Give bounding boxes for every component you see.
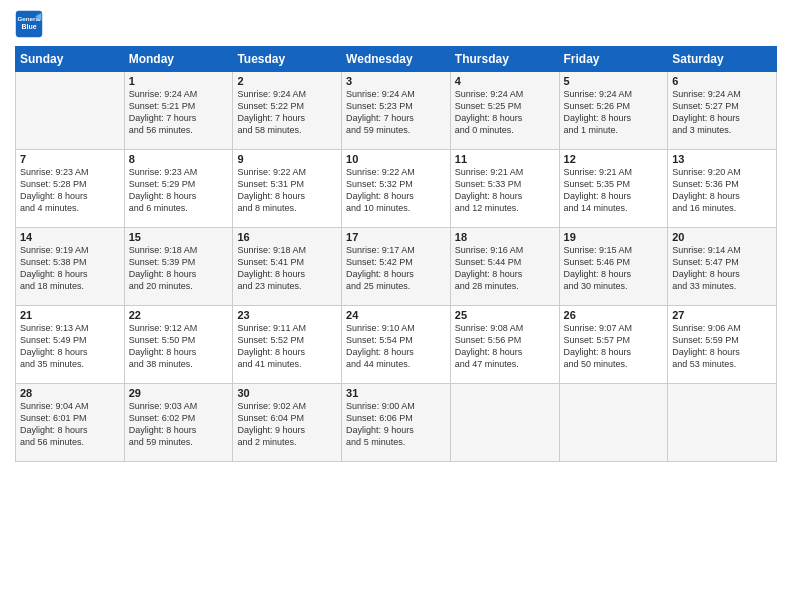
calendar-cell: 6Sunrise: 9:24 AM Sunset: 5:27 PM Daylig… xyxy=(668,72,777,150)
day-number: 18 xyxy=(455,231,555,243)
calendar-header-cell: Friday xyxy=(559,47,668,72)
calendar-cell: 5Sunrise: 9:24 AM Sunset: 5:26 PM Daylig… xyxy=(559,72,668,150)
day-info: Sunrise: 9:24 AM Sunset: 5:23 PM Dayligh… xyxy=(346,88,446,137)
calendar-week-row: 1Sunrise: 9:24 AM Sunset: 5:21 PM Daylig… xyxy=(16,72,777,150)
calendar-cell: 31Sunrise: 9:00 AM Sunset: 6:06 PM Dayli… xyxy=(342,384,451,462)
day-info: Sunrise: 9:03 AM Sunset: 6:02 PM Dayligh… xyxy=(129,400,229,449)
day-number: 10 xyxy=(346,153,446,165)
day-info: Sunrise: 9:18 AM Sunset: 5:39 PM Dayligh… xyxy=(129,244,229,293)
calendar-header-cell: Tuesday xyxy=(233,47,342,72)
day-number: 14 xyxy=(20,231,120,243)
day-number: 12 xyxy=(564,153,664,165)
day-number: 2 xyxy=(237,75,337,87)
day-number: 3 xyxy=(346,75,446,87)
page-container: General Blue SundayMondayTuesdayWednesda… xyxy=(0,0,792,472)
day-info: Sunrise: 9:19 AM Sunset: 5:38 PM Dayligh… xyxy=(20,244,120,293)
day-info: Sunrise: 9:13 AM Sunset: 5:49 PM Dayligh… xyxy=(20,322,120,371)
day-number: 16 xyxy=(237,231,337,243)
day-number: 13 xyxy=(672,153,772,165)
day-info: Sunrise: 9:23 AM Sunset: 5:29 PM Dayligh… xyxy=(129,166,229,215)
day-number: 19 xyxy=(564,231,664,243)
calendar-header-cell: Thursday xyxy=(450,47,559,72)
day-info: Sunrise: 9:14 AM Sunset: 5:47 PM Dayligh… xyxy=(672,244,772,293)
calendar-cell: 25Sunrise: 9:08 AM Sunset: 5:56 PM Dayli… xyxy=(450,306,559,384)
calendar-cell: 14Sunrise: 9:19 AM Sunset: 5:38 PM Dayli… xyxy=(16,228,125,306)
day-number: 9 xyxy=(237,153,337,165)
calendar-header-row: SundayMondayTuesdayWednesdayThursdayFrid… xyxy=(16,47,777,72)
calendar-table: SundayMondayTuesdayWednesdayThursdayFrid… xyxy=(15,46,777,462)
day-number: 30 xyxy=(237,387,337,399)
calendar-week-row: 21Sunrise: 9:13 AM Sunset: 5:49 PM Dayli… xyxy=(16,306,777,384)
day-number: 5 xyxy=(564,75,664,87)
day-number: 15 xyxy=(129,231,229,243)
calendar-cell: 23Sunrise: 9:11 AM Sunset: 5:52 PM Dayli… xyxy=(233,306,342,384)
day-info: Sunrise: 9:22 AM Sunset: 5:32 PM Dayligh… xyxy=(346,166,446,215)
calendar-cell xyxy=(16,72,125,150)
day-info: Sunrise: 9:15 AM Sunset: 5:46 PM Dayligh… xyxy=(564,244,664,293)
calendar-cell xyxy=(450,384,559,462)
calendar-cell: 26Sunrise: 9:07 AM Sunset: 5:57 PM Dayli… xyxy=(559,306,668,384)
day-info: Sunrise: 9:24 AM Sunset: 5:26 PM Dayligh… xyxy=(564,88,664,137)
calendar-cell: 10Sunrise: 9:22 AM Sunset: 5:32 PM Dayli… xyxy=(342,150,451,228)
calendar-cell: 1Sunrise: 9:24 AM Sunset: 5:21 PM Daylig… xyxy=(124,72,233,150)
day-info: Sunrise: 9:24 AM Sunset: 5:22 PM Dayligh… xyxy=(237,88,337,137)
day-number: 7 xyxy=(20,153,120,165)
day-number: 27 xyxy=(672,309,772,321)
calendar-cell: 9Sunrise: 9:22 AM Sunset: 5:31 PM Daylig… xyxy=(233,150,342,228)
calendar-cell: 18Sunrise: 9:16 AM Sunset: 5:44 PM Dayli… xyxy=(450,228,559,306)
calendar-week-row: 7Sunrise: 9:23 AM Sunset: 5:28 PM Daylig… xyxy=(16,150,777,228)
day-number: 22 xyxy=(129,309,229,321)
calendar-header-cell: Sunday xyxy=(16,47,125,72)
day-number: 20 xyxy=(672,231,772,243)
day-info: Sunrise: 9:24 AM Sunset: 5:21 PM Dayligh… xyxy=(129,88,229,137)
calendar-cell: 17Sunrise: 9:17 AM Sunset: 5:42 PM Dayli… xyxy=(342,228,451,306)
day-number: 29 xyxy=(129,387,229,399)
calendar-header-cell: Wednesday xyxy=(342,47,451,72)
day-info: Sunrise: 9:21 AM Sunset: 5:35 PM Dayligh… xyxy=(564,166,664,215)
day-info: Sunrise: 9:06 AM Sunset: 5:59 PM Dayligh… xyxy=(672,322,772,371)
day-number: 28 xyxy=(20,387,120,399)
day-number: 1 xyxy=(129,75,229,87)
calendar-cell: 20Sunrise: 9:14 AM Sunset: 5:47 PM Dayli… xyxy=(668,228,777,306)
header: General Blue xyxy=(15,10,777,38)
day-number: 26 xyxy=(564,309,664,321)
calendar-body: 1Sunrise: 9:24 AM Sunset: 5:21 PM Daylig… xyxy=(16,72,777,462)
day-info: Sunrise: 9:10 AM Sunset: 5:54 PM Dayligh… xyxy=(346,322,446,371)
day-info: Sunrise: 9:17 AM Sunset: 5:42 PM Dayligh… xyxy=(346,244,446,293)
calendar-cell: 2Sunrise: 9:24 AM Sunset: 5:22 PM Daylig… xyxy=(233,72,342,150)
calendar-cell: 3Sunrise: 9:24 AM Sunset: 5:23 PM Daylig… xyxy=(342,72,451,150)
calendar-cell: 11Sunrise: 9:21 AM Sunset: 5:33 PM Dayli… xyxy=(450,150,559,228)
svg-text:Blue: Blue xyxy=(21,23,36,30)
calendar-cell: 12Sunrise: 9:21 AM Sunset: 5:35 PM Dayli… xyxy=(559,150,668,228)
day-info: Sunrise: 9:04 AM Sunset: 6:01 PM Dayligh… xyxy=(20,400,120,449)
day-info: Sunrise: 9:21 AM Sunset: 5:33 PM Dayligh… xyxy=(455,166,555,215)
day-info: Sunrise: 9:07 AM Sunset: 5:57 PM Dayligh… xyxy=(564,322,664,371)
day-info: Sunrise: 9:18 AM Sunset: 5:41 PM Dayligh… xyxy=(237,244,337,293)
day-info: Sunrise: 9:24 AM Sunset: 5:27 PM Dayligh… xyxy=(672,88,772,137)
day-info: Sunrise: 9:02 AM Sunset: 6:04 PM Dayligh… xyxy=(237,400,337,449)
calendar-cell: 15Sunrise: 9:18 AM Sunset: 5:39 PM Dayli… xyxy=(124,228,233,306)
day-info: Sunrise: 9:00 AM Sunset: 6:06 PM Dayligh… xyxy=(346,400,446,449)
day-number: 31 xyxy=(346,387,446,399)
day-number: 21 xyxy=(20,309,120,321)
calendar-week-row: 28Sunrise: 9:04 AM Sunset: 6:01 PM Dayli… xyxy=(16,384,777,462)
calendar-cell: 21Sunrise: 9:13 AM Sunset: 5:49 PM Dayli… xyxy=(16,306,125,384)
day-number: 17 xyxy=(346,231,446,243)
calendar-cell: 24Sunrise: 9:10 AM Sunset: 5:54 PM Dayli… xyxy=(342,306,451,384)
day-info: Sunrise: 9:12 AM Sunset: 5:50 PM Dayligh… xyxy=(129,322,229,371)
day-info: Sunrise: 9:11 AM Sunset: 5:52 PM Dayligh… xyxy=(237,322,337,371)
calendar-header-cell: Monday xyxy=(124,47,233,72)
calendar-cell: 7Sunrise: 9:23 AM Sunset: 5:28 PM Daylig… xyxy=(16,150,125,228)
day-info: Sunrise: 9:22 AM Sunset: 5:31 PM Dayligh… xyxy=(237,166,337,215)
calendar-cell: 29Sunrise: 9:03 AM Sunset: 6:02 PM Dayli… xyxy=(124,384,233,462)
day-info: Sunrise: 9:08 AM Sunset: 5:56 PM Dayligh… xyxy=(455,322,555,371)
calendar-cell: 4Sunrise: 9:24 AM Sunset: 5:25 PM Daylig… xyxy=(450,72,559,150)
calendar-header-cell: Saturday xyxy=(668,47,777,72)
calendar-cell xyxy=(668,384,777,462)
day-info: Sunrise: 9:20 AM Sunset: 5:36 PM Dayligh… xyxy=(672,166,772,215)
calendar-cell: 13Sunrise: 9:20 AM Sunset: 5:36 PM Dayli… xyxy=(668,150,777,228)
logo: General Blue xyxy=(15,10,47,38)
logo-icon: General Blue xyxy=(15,10,43,38)
day-number: 8 xyxy=(129,153,229,165)
calendar-cell: 27Sunrise: 9:06 AM Sunset: 5:59 PM Dayli… xyxy=(668,306,777,384)
